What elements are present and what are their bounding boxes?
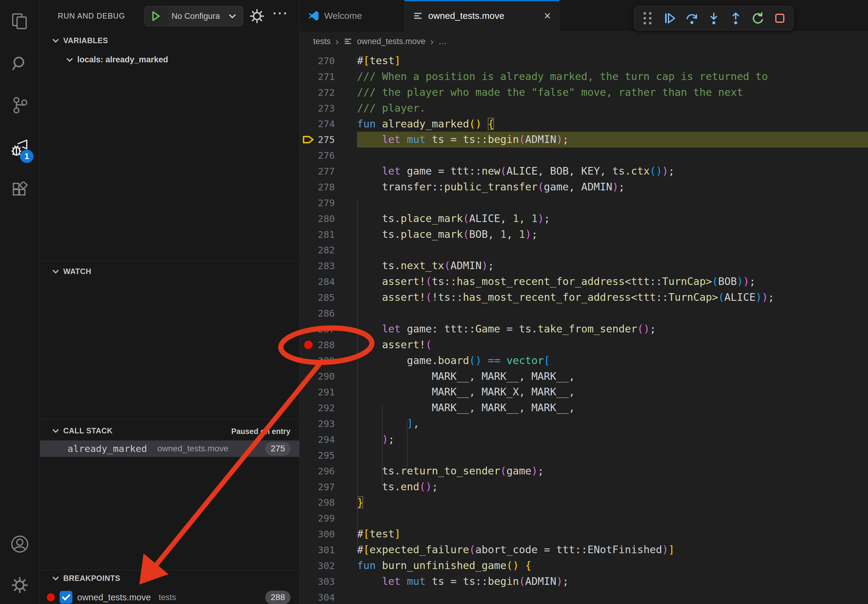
code-text[interactable]: fun burn_unfinished_game() { [357, 558, 868, 574]
code-text[interactable] [357, 147, 868, 163]
gutter[interactable]: 294 [300, 432, 357, 448]
code-line[interactable]: 280 ts.place_mark(ALICE, 1, 1); [300, 211, 868, 226]
gutter-margin[interactable] [300, 479, 317, 495]
explorer-icon[interactable] [11, 12, 29, 30]
code-text[interactable]: ); [357, 432, 868, 448]
gutter[interactable]: 301 [300, 542, 357, 558]
code-editor[interactable]: 270#[test]271/// When a position is alre… [300, 51, 868, 604]
code-line[interactable]: 283 ts.next_tx(ADMIN); [300, 258, 868, 274]
gutter-margin[interactable] [300, 448, 317, 463]
code-text[interactable]: MARK__, MARK_X, MARK__, [357, 384, 868, 400]
gutter-margin[interactable] [300, 384, 317, 400]
call-stack-frame-row[interactable]: already_marked owned_tests.move 275 [40, 440, 299, 457]
code-text[interactable]: ts.next_tx(ADMIN); [357, 258, 868, 274]
code-text[interactable]: assert!(!ts::has_most_recent_for_address… [357, 290, 868, 305]
code-line[interactable]: 294 ); [300, 432, 868, 448]
code-line[interactable]: 284 assert!(ts::has_most_recent_for_addr… [300, 274, 868, 290]
toolbar-drag-handle[interactable] [639, 10, 656, 27]
code-line[interactable]: 297 ts.end(); [300, 479, 868, 495]
code-line[interactable]: 299 [300, 510, 868, 526]
breadcrumb-symbol[interactable]: … [438, 37, 446, 46]
gutter[interactable]: 282 [300, 242, 357, 258]
gutter[interactable]: 292 [300, 400, 357, 416]
section-call-stack[interactable]: CALL STACK [52, 426, 113, 435]
gutter-margin[interactable] [300, 463, 317, 479]
code-text[interactable] [357, 589, 868, 604]
gutter-margin[interactable] [300, 258, 317, 274]
gutter[interactable]: 293 [300, 416, 357, 432]
code-text[interactable]: /// When a position is already marked, t… [357, 69, 868, 85]
section-breakpoints[interactable]: BREAKPOINTS [52, 574, 120, 583]
gutter-margin[interactable] [300, 85, 317, 101]
gutter-margin[interactable] [300, 589, 317, 604]
step-out-button[interactable] [727, 10, 744, 27]
gutter-margin[interactable] [300, 179, 317, 195]
close-icon[interactable]: × [544, 10, 551, 22]
code-text[interactable] [357, 195, 868, 211]
restart-button[interactable] [749, 10, 766, 27]
gutter[interactable]: 295 [300, 448, 357, 463]
gutter[interactable]: 303 [300, 574, 357, 589]
gutter[interactable]: 275 [300, 132, 357, 147]
code-text[interactable]: MARK__, MARK__, MARK__, [357, 400, 868, 416]
code-text[interactable]: game.board() == vector[ [357, 353, 868, 369]
code-text[interactable]: let game = ttt::new(ALICE, BOB, KEY, ts.… [357, 163, 868, 179]
code-line[interactable]: 274fun already_marked() { [300, 116, 868, 132]
breadcrumb-folder[interactable]: tests [313, 37, 330, 46]
code-text[interactable] [357, 510, 868, 526]
stop-button[interactable] [771, 10, 788, 27]
breakpoint-dot-icon[interactable] [300, 337, 317, 353]
breakpoint-checkbox[interactable] [60, 591, 72, 604]
code-text[interactable]: ts.place_mark(ALICE, 1, 1); [357, 211, 868, 226]
gutter-margin[interactable] [300, 495, 317, 511]
more-actions-icon[interactable]: ··· [273, 7, 288, 20]
search-icon[interactable] [11, 55, 29, 73]
gutter-margin[interactable] [300, 211, 317, 226]
code-text[interactable]: #[test] [357, 53, 868, 69]
code-text[interactable]: assert!(ts::has_most_recent_for_address<… [357, 274, 868, 290]
gutter[interactable]: 290 [300, 369, 357, 384]
code-line[interactable]: 300#[test] [300, 526, 868, 542]
gutter[interactable]: 289 [300, 353, 357, 369]
gutter-margin[interactable] [300, 69, 317, 85]
gutter-margin[interactable] [300, 226, 317, 242]
continue-button[interactable] [662, 10, 679, 27]
debug-settings-gear-icon[interactable] [248, 8, 265, 25]
code-text[interactable] [357, 305, 868, 321]
code-line[interactable]: 279 [300, 195, 868, 211]
code-line[interactable]: 303 let mut ts = ts::begin(ADMIN); [300, 574, 868, 589]
gutter-margin[interactable] [300, 116, 317, 132]
gutter[interactable]: 272 [300, 85, 357, 101]
code-text[interactable]: let mut ts = ts::begin(ADMIN); [357, 574, 868, 589]
section-watch[interactable]: WATCH [52, 267, 91, 276]
gutter-margin[interactable] [300, 242, 317, 258]
gutter[interactable]: 285 [300, 290, 357, 305]
start-debug-button[interactable] [145, 6, 167, 26]
section-variables[interactable]: VARIABLES [52, 36, 108, 45]
gutter-margin[interactable] [300, 558, 317, 574]
code-text[interactable]: ts.return_to_sender(game); [357, 463, 868, 479]
code-line[interactable]: 281 ts.place_mark(BOB, 1, 1); [300, 226, 868, 242]
gutter[interactable]: 276 [300, 147, 357, 163]
gutter-margin[interactable] [300, 195, 317, 211]
code-text[interactable] [357, 448, 868, 463]
code-line[interactable]: 296 ts.return_to_sender(game); [300, 463, 868, 479]
code-line[interactable]: 304 [300, 589, 868, 604]
code-line[interactable]: 295 [300, 448, 868, 463]
code-line[interactable]: 278 transfer::public_transfer(game, ADMI… [300, 179, 868, 195]
code-line[interactable]: 273/// player. [300, 101, 868, 116]
code-text[interactable]: ts.place_mark(BOB, 1, 1); [357, 226, 868, 242]
gutter[interactable]: 287 [300, 321, 357, 337]
code-line[interactable]: 301#[expected_failure(abort_code = ttt::… [300, 542, 868, 558]
code-text[interactable]: /// the player who made the "false" move… [357, 85, 868, 101]
gutter-margin[interactable] [300, 526, 317, 542]
launch-config-control[interactable]: No Configura [144, 6, 243, 26]
settings-gear-icon[interactable] [10, 575, 29, 595]
gutter[interactable]: 302 [300, 558, 357, 574]
gutter-margin[interactable] [300, 321, 317, 337]
gutter[interactable]: 284 [300, 274, 357, 290]
code-text[interactable]: /// player. [357, 101, 868, 116]
tab-welcome[interactable]: Welcome [300, 0, 405, 32]
gutter-margin[interactable] [300, 510, 317, 526]
code-line[interactable]: 282 [300, 242, 868, 258]
